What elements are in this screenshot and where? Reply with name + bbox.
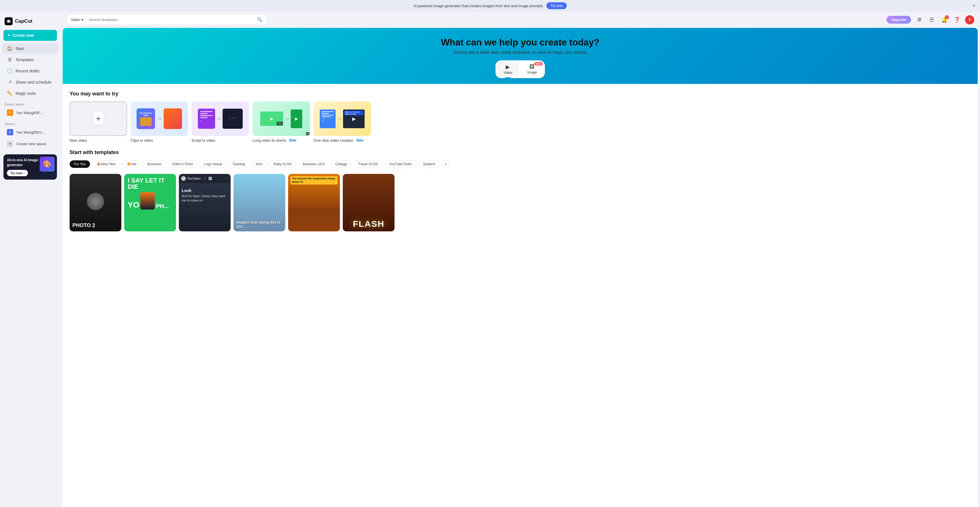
promo-arrow-icon: › xyxy=(24,171,25,175)
try-item-script-to-video[interactable]: T → 🕶️ Script to video xyxy=(191,102,249,143)
filter-gaming[interactable]: Gaming xyxy=(229,161,249,168)
notification-button[interactable]: 🔔 1 xyxy=(940,15,949,24)
promo-image: 🎨 xyxy=(40,157,55,172)
desktop-icon-button[interactable]: 🖥 xyxy=(915,15,924,24)
script-text-block: T xyxy=(198,109,215,129)
long-card: ▶ 92s → 8s ▶ xyxy=(253,102,310,136)
song-thumb xyxy=(208,177,212,180)
promo-try-button[interactable]: Try now › xyxy=(7,170,28,176)
filter-travel-vlog[interactable]: Travel VLOG xyxy=(354,161,382,168)
create-new-label: Create new xyxy=(13,33,34,38)
default-space-item[interactable]: Y Yao Wang858'... xyxy=(2,107,58,118)
filter-editors-picks[interactable]: Editor's Picks xyxy=(168,161,197,168)
plus-icon: + xyxy=(8,33,10,38)
filter-intro[interactable]: Intro xyxy=(251,161,267,168)
filter-business[interactable]: Business xyxy=(143,161,165,168)
new-video-text: New video xyxy=(70,138,87,143)
filter-more-chevron[interactable]: › xyxy=(441,160,449,168)
filter-student[interactable]: Student xyxy=(419,161,439,168)
sidebar-logo: CapCut xyxy=(0,15,60,30)
music-note-icon: 🎵 xyxy=(203,177,206,180)
template-card-photo2[interactable]: PHOTO 2 xyxy=(70,174,121,231)
filter-hot[interactable]: 🔥Hot xyxy=(123,161,141,168)
try-item-one-click[interactable]: 🔗 → ▶ Back to Success Black Friday One-c… xyxy=(313,102,371,143)
search-icon: 🔍 xyxy=(257,17,262,22)
temperature-text-block: The moment the temperature drops below 7… xyxy=(290,176,337,184)
space-item-yao[interactable]: Y Yao Wang858's ... xyxy=(2,127,58,138)
lyrics-look: Look xyxy=(182,188,228,193)
template-card-imagine-god[interactable]: Imagine God saying this to you... xyxy=(234,174,285,231)
help-button[interactable]: ❓ xyxy=(952,15,962,24)
search-bar: Video ▾ 🔍 xyxy=(66,14,267,25)
dropdown-label: Video xyxy=(71,17,81,22)
doc-line-2 xyxy=(321,113,329,114)
nav-share-label: Share and schedule xyxy=(16,80,51,84)
try-section: You may want to try + New video xyxy=(63,84,978,145)
video-thumb-sunglass: 🕶️ xyxy=(223,109,243,129)
long-beta-badge: Beta xyxy=(288,138,298,142)
sidebar-item-templates[interactable]: ☰ Templates xyxy=(2,54,58,65)
clips-to-video-text: Clips to video xyxy=(130,138,153,143)
search-type-dropdown[interactable]: Video ▾ xyxy=(71,17,86,22)
create-new-space-item[interactable]: + Create new space xyxy=(2,138,58,149)
duration-badge: 92s xyxy=(277,122,283,125)
filter-daily-vlog[interactable]: Daily VLOG xyxy=(269,161,296,168)
filter-youtube-outro[interactable]: YouTube Outro xyxy=(385,161,417,168)
imagine-god-text: Imagine God saying this to you... xyxy=(236,221,282,229)
upgrade-button[interactable]: Upgrade xyxy=(886,16,911,24)
template-card-rodwave[interactable]: Rod Wave 🎵 ··· Look And it's hard, I kno… xyxy=(179,174,231,231)
filter-business-169[interactable]: Business 16:9 xyxy=(299,161,329,168)
script-card: T → 🕶️ xyxy=(191,102,249,136)
nav-recent-label: Recent drafts xyxy=(16,69,40,73)
create-new-button[interactable]: + Create new xyxy=(3,30,57,41)
filter-for-you[interactable]: For You xyxy=(70,161,90,168)
clock-icon: 🕐 xyxy=(7,68,13,73)
banner-close-button[interactable]: × xyxy=(973,3,975,8)
template-card-letitdie[interactable]: I SAY LET IT DIE YO PH... xyxy=(124,174,176,231)
clips-card: New Fashion Style → xyxy=(130,102,188,136)
sidebar-item-share-schedule[interactable]: ↗ Share and schedule xyxy=(2,77,58,87)
letitdie-yo-text: YO xyxy=(128,200,139,210)
script-line-2 xyxy=(200,113,208,114)
magic-icon: ✏️ xyxy=(7,91,13,96)
clips-inner: New Fashion Style → xyxy=(137,108,182,129)
long-inner: ▶ 92s → 8s ▶ xyxy=(260,110,302,128)
ai-promo-card: 🎨 All-in-one AI image generator Try now … xyxy=(3,154,57,180)
tab-video[interactable]: ▶ Video xyxy=(496,62,519,77)
image-tab-icon: 🖼 xyxy=(530,64,535,70)
default-space-name: Yao Wang858'... xyxy=(16,111,43,115)
flash-text: FLASH xyxy=(343,219,395,229)
filter-logo-reveal[interactable]: Logo reveal xyxy=(200,161,226,168)
letitdie-ph-text: PH... xyxy=(156,203,169,210)
oneclick-card: 🔗 → ▶ Back to Success Black Friday xyxy=(313,102,371,136)
try-item-new-video[interactable]: + New video xyxy=(70,102,127,143)
logo-text: CapCut xyxy=(15,18,32,24)
letitdie-big-text: I SAY LET IT DIE xyxy=(128,177,173,190)
sidebar-item-magic-tools[interactable]: ✏️ Magic tools xyxy=(2,88,58,99)
template-card-flash[interactable]: FLASH xyxy=(343,174,395,231)
sidebar-item-start[interactable]: 🏠 Start xyxy=(2,43,58,54)
user-avatar[interactable]: Y xyxy=(965,15,974,24)
try-item-long-to-shorts[interactable]: ▶ 92s → 8s ▶ Long video xyxy=(253,102,310,143)
template-photo2-text: PHOTO 2 xyxy=(72,223,118,229)
content-area: Video ▾ 🔍 Upgrade 🖥 ☰ 🔔 1 xyxy=(60,11,980,507)
script-line-1 xyxy=(200,111,213,112)
video-tab-label: Video xyxy=(504,71,512,75)
filter-collage[interactable]: Collage xyxy=(331,161,352,168)
one-click-label: One-click video creation Beta xyxy=(313,138,371,143)
create-space-label: Create new space xyxy=(16,142,46,146)
sidebar-item-recent-drafts[interactable]: 🕐 Recent drafts xyxy=(2,65,58,76)
filter-new-year[interactable]: 🎉New Year xyxy=(92,161,120,168)
hero-title: What can we help you create today? xyxy=(70,37,971,48)
doc-line-4 xyxy=(321,116,331,117)
script-line-3 xyxy=(200,115,213,116)
banner-try-now-button[interactable]: Try now xyxy=(546,2,566,9)
new-badge: New xyxy=(534,62,542,65)
search-input[interactable] xyxy=(89,17,255,22)
template-card-temperature[interactable]: The moment the temperature drops below 7… xyxy=(288,174,340,231)
subtitles-icon-button[interactable]: ☰ xyxy=(927,15,936,24)
lyrics-text: And it's hard, I know, they want me to m… xyxy=(182,194,228,203)
try-item-clips-to-video[interactable]: New Fashion Style → xyxy=(130,102,188,143)
tab-image[interactable]: New 🖼 Image xyxy=(520,62,544,77)
capcut-logo-icon xyxy=(5,17,13,25)
